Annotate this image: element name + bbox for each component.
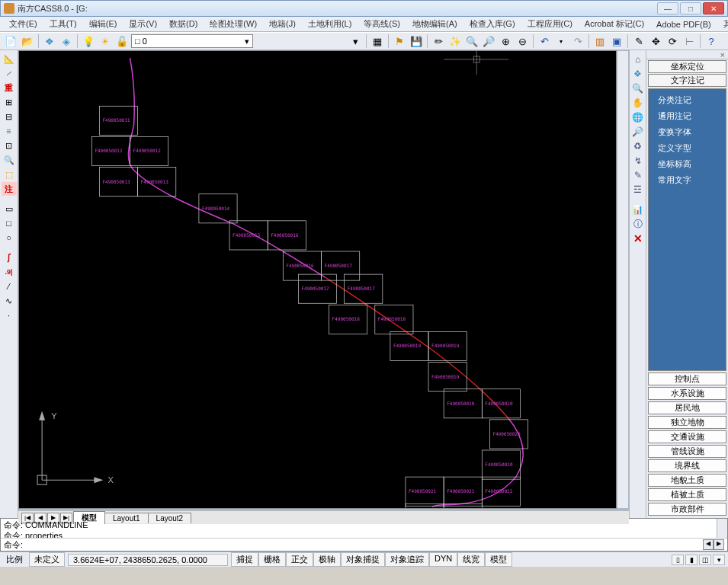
- tree-item[interactable]: 分类注记: [649, 92, 726, 108]
- panel-button[interactable]: 坐标定位: [648, 60, 726, 73]
- zoom-out-icon[interactable]: 🔎: [481, 34, 496, 49]
- menu-item[interactable]: 工具(T): [45, 17, 82, 31]
- status-toggle[interactable]: 对象捕捉: [341, 552, 385, 567]
- layers-icon[interactable]: ❖: [631, 68, 645, 80]
- decimal-icon[interactable]: .9|: [2, 265, 17, 279]
- menu-item[interactable]: Acrobat 标记(C): [580, 17, 649, 31]
- cmd-right-button[interactable]: ▶: [714, 539, 724, 550]
- curve-icon[interactable]: ∿: [2, 294, 17, 308]
- pencil-icon[interactable]: ✎: [631, 169, 645, 181]
- move-icon[interactable]: ✥: [648, 34, 663, 49]
- house-icon[interactable]: ⌂: [631, 53, 645, 66]
- hand-icon[interactable]: ✋: [631, 97, 645, 109]
- close-button[interactable]: ✕: [703, 2, 724, 14]
- query-icon[interactable]: 🔎: [631, 126, 645, 138]
- open-file-icon[interactable]: 📂: [20, 34, 35, 49]
- category-button[interactable]: 植被土质: [648, 488, 726, 501]
- tree-item[interactable]: 通用注记: [649, 108, 726, 124]
- status-toggle[interactable]: 模型: [485, 552, 512, 567]
- status-toggle[interactable]: 线宽: [457, 552, 485, 567]
- menu-item[interactable]: Adobe PDF(B): [652, 18, 716, 30]
- brush-icon[interactable]: ✏: [431, 34, 446, 49]
- lock-icon[interactable]: 🔓: [114, 34, 130, 49]
- sun-icon[interactable]: ☀: [98, 34, 113, 49]
- dropdown-icon[interactable]: ▾: [348, 34, 363, 49]
- lightbulb-icon[interactable]: 💡: [81, 34, 96, 49]
- panel-button[interactable]: 文字注记: [648, 74, 726, 87]
- category-button[interactable]: 独立地物: [648, 416, 726, 429]
- chain-icon[interactable]: ☲: [631, 184, 645, 196]
- menu-item[interactable]: 检查入库(G): [465, 17, 520, 31]
- cmd-scrollbar[interactable]: [717, 519, 727, 538]
- select-tool-icon[interactable]: ⬚: [2, 168, 17, 181]
- menu-item[interactable]: 土地利用(L): [303, 17, 356, 31]
- search-icon[interactable]: 🔍: [631, 82, 645, 94]
- tool-a-icon[interactable]: ⊞: [2, 95, 17, 109]
- tree-item[interactable]: 定义字型: [649, 140, 726, 156]
- status-icon-2[interactable]: ▮: [685, 555, 698, 565]
- db-icon[interactable]: 📊: [631, 203, 645, 216]
- drawing-canvas[interactable]: F490050011F490050012F490050012F490050013…: [18, 50, 617, 509]
- status-toggle[interactable]: 栅格: [258, 552, 286, 567]
- measure-icon[interactable]: 📐: [2, 52, 17, 66]
- category-button[interactable]: 水系设施: [648, 387, 726, 400]
- menu-item[interactable]: 文件(E): [5, 17, 42, 31]
- category-button[interactable]: 地貌土质: [648, 474, 726, 487]
- category-button[interactable]: 市政部件: [648, 503, 726, 516]
- category-button[interactable]: 境界线: [648, 459, 726, 472]
- dot-icon[interactable]: ·: [2, 308, 17, 322]
- help-icon[interactable]: ?: [704, 34, 719, 49]
- scale-value[interactable]: 未定义: [29, 552, 65, 567]
- zoom-window-icon[interactable]: ⊖: [515, 34, 530, 49]
- dimension-icon[interactable]: ⊢: [681, 34, 697, 49]
- cmd-left-button[interactable]: ◀: [703, 539, 714, 550]
- slash-icon[interactable]: ⁄: [2, 280, 17, 293]
- grid-icon[interactable]: ▦: [370, 34, 385, 49]
- status-toggle[interactable]: 极轴: [313, 552, 341, 567]
- rect-icon[interactable]: ▭: [2, 202, 17, 216]
- command-input[interactable]: [24, 539, 703, 550]
- maximize-button[interactable]: □: [680, 2, 701, 14]
- category-button[interactable]: 管线设施: [648, 445, 726, 458]
- hook-icon[interactable]: ʃ: [2, 251, 17, 264]
- layer-stack-icon[interactable]: ❖: [42, 34, 57, 49]
- tool-d-icon[interactable]: ⊡: [2, 139, 17, 152]
- save-icon[interactable]: 💾: [409, 34, 424, 49]
- menu-item[interactable]: 地籍(J): [265, 17, 300, 31]
- tool-c-icon[interactable]: ≡: [2, 124, 17, 138]
- tree-item[interactable]: 变换字体: [649, 124, 726, 140]
- edit-icon[interactable]: ✎: [631, 34, 646, 49]
- vertical-scrollbar[interactable]: [617, 50, 629, 509]
- circle-icon[interactable]: ○: [2, 231, 17, 245]
- zoom-extents-icon[interactable]: ⊕: [498, 34, 513, 49]
- status-toggle[interactable]: 捕捉: [231, 552, 258, 567]
- status-toggle[interactable]: 正交: [286, 552, 313, 567]
- annotate-label-icon[interactable]: 注: [2, 182, 17, 196]
- menu-item[interactable]: 其他应用(M): [719, 17, 728, 31]
- menu-item[interactable]: 工程应用(C): [523, 17, 577, 31]
- rotate-icon[interactable]: ⟳: [665, 34, 680, 49]
- panel-close-button[interactable]: ×: [646, 50, 728, 59]
- zoom-in-icon[interactable]: 🔍: [464, 34, 479, 49]
- menu-item[interactable]: 绘图处理(W): [205, 17, 261, 31]
- undo-dropdown-icon[interactable]: ▾: [553, 34, 569, 49]
- tree-item[interactable]: 常用文字: [649, 172, 726, 188]
- table-icon[interactable]: ▥: [592, 34, 608, 49]
- tool-b-icon[interactable]: ⊟: [2, 110, 17, 123]
- redo-icon[interactable]: ↷: [570, 34, 585, 49]
- step-icon[interactable]: ↯: [631, 155, 645, 167]
- layer-filter-icon[interactable]: ◈: [59, 34, 74, 49]
- new-file-icon[interactable]: 📄: [3, 34, 18, 49]
- layer-combo[interactable]: □ 0: [131, 34, 253, 48]
- globe-icon[interactable]: 🌐: [631, 111, 645, 123]
- info-icon[interactable]: ⓘ: [631, 218, 645, 230]
- menu-item[interactable]: 显示(V): [124, 17, 162, 31]
- zoom-tool-icon[interactable]: 🔍: [2, 153, 17, 167]
- menu-item[interactable]: 地物编辑(A): [408, 17, 462, 31]
- flag-icon[interactable]: ⚑: [392, 34, 407, 49]
- minimize-button[interactable]: —: [657, 2, 678, 14]
- box-icon[interactable]: □: [2, 216, 17, 230]
- weight-label-icon[interactable]: 重: [2, 81, 17, 94]
- draw-line-icon[interactable]: ⟋: [2, 66, 17, 80]
- status-dropdown-icon[interactable]: ▾: [713, 555, 725, 565]
